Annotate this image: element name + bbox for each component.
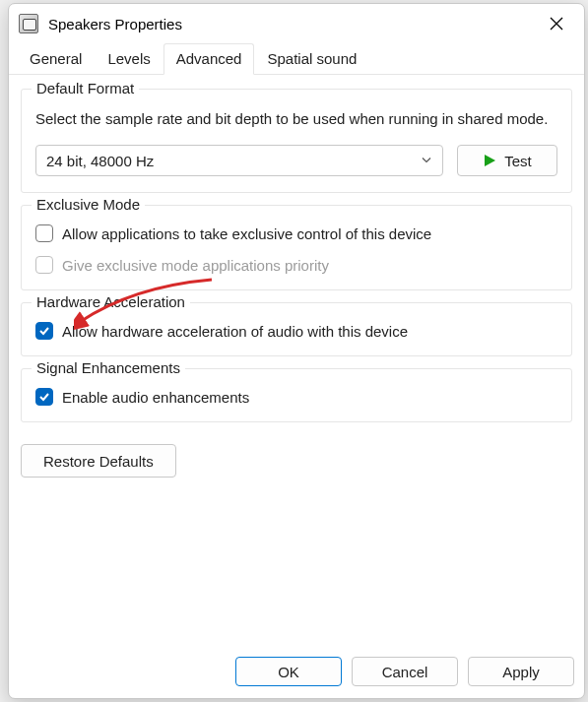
- tab-general[interactable]: General: [17, 43, 95, 75]
- exclusive-priority-checkbox: [35, 256, 53, 274]
- group-legend: Signal Enhancements: [32, 359, 185, 376]
- default-format-group: Default Format Select the sample rate an…: [21, 89, 572, 193]
- tab-levels[interactable]: Levels: [95, 43, 163, 75]
- tab-label: Levels: [107, 50, 150, 67]
- svg-marker-2: [485, 155, 495, 166]
- speakers-properties-dialog: Speakers Properties General Levels Advan…: [8, 3, 585, 699]
- test-button[interactable]: Test: [457, 145, 557, 176]
- cancel-label: Cancel: [382, 664, 428, 680]
- tab-advanced[interactable]: Advanced: [163, 43, 255, 75]
- apply-label: Apply: [502, 664, 540, 680]
- enable-enhancements-label: Enable audio enhancements: [62, 389, 249, 406]
- speakers-icon: [19, 14, 38, 33]
- chevron-down-icon: [421, 153, 432, 169]
- sample-rate-select[interactable]: 24 bit, 48000 Hz: [35, 145, 443, 176]
- allow-exclusive-checkbox[interactable]: [35, 224, 53, 242]
- group-legend: Default Format: [32, 80, 139, 96]
- tab-strip: General Levels Advanced Spatial sound: [9, 43, 584, 75]
- tab-label: Spatial sound: [267, 50, 357, 67]
- allow-exclusive-label: Allow applications to take exclusive con…: [62, 225, 431, 242]
- tab-label: Advanced: [176, 50, 242, 67]
- tab-spatial-sound[interactable]: Spatial sound: [254, 43, 369, 75]
- titlebar: Speakers Properties: [9, 4, 584, 43]
- group-legend: Exclusive Mode: [32, 196, 145, 213]
- hardware-accel-label: Allow hardware acceleration of audio wit…: [62, 323, 408, 340]
- dialog-button-row: OK Cancel Apply: [9, 647, 584, 698]
- restore-defaults-label: Restore Defaults: [43, 453, 154, 470]
- signal-enhancements-group: Signal Enhancements Enable audio enhance…: [21, 368, 572, 422]
- ok-label: OK: [278, 664, 299, 680]
- exclusive-priority-label: Give exclusive mode applications priorit…: [62, 257, 329, 274]
- tab-content: Default Format Select the sample rate an…: [9, 75, 584, 647]
- select-value: 24 bit, 48000 Hz: [46, 153, 154, 169]
- test-button-label: Test: [504, 153, 532, 169]
- restore-defaults-button[interactable]: Restore Defaults: [21, 444, 176, 478]
- hardware-acceleration-group: Hardware Acceleration Allow hardware acc…: [21, 302, 572, 356]
- play-icon: [483, 154, 496, 167]
- group-legend: Hardware Acceleration: [32, 293, 190, 310]
- apply-button[interactable]: Apply: [468, 657, 574, 686]
- ok-button[interactable]: OK: [235, 657, 342, 686]
- enable-enhancements-checkbox[interactable]: [35, 388, 53, 406]
- window-title: Speakers Properties: [48, 16, 535, 32]
- default-format-description: Select the sample rate and bit depth to …: [35, 109, 557, 129]
- close-button[interactable]: [535, 9, 578, 38]
- hardware-accel-checkbox[interactable]: [35, 322, 53, 340]
- close-icon: [550, 17, 563, 31]
- exclusive-mode-group: Exclusive Mode Allow applications to tak…: [21, 205, 572, 290]
- cancel-button[interactable]: Cancel: [352, 657, 458, 686]
- tab-label: General: [30, 50, 82, 67]
